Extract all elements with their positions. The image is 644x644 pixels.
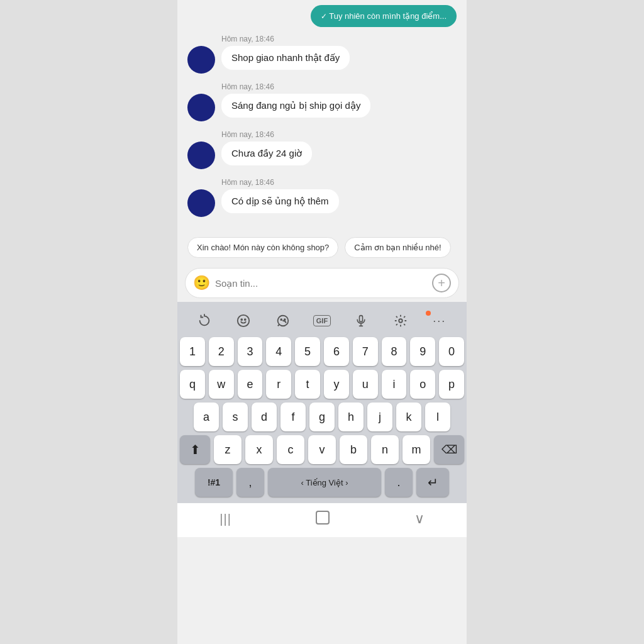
message-input-bar: 🙂 +	[185, 268, 459, 298]
key-u[interactable]: u	[353, 370, 378, 399]
timestamp-4: Hôm nay, 18:46	[221, 178, 339, 187]
svg-point-1	[242, 319, 243, 320]
mic-icon[interactable]	[350, 309, 372, 332]
key-4[interactable]: 4	[266, 337, 291, 366]
key-g[interactable]: g	[309, 402, 335, 431]
home-icon[interactable]	[316, 511, 330, 525]
emoji-toolbar-icon[interactable]	[232, 309, 255, 332]
svg-point-6	[399, 319, 402, 323]
clipboard-icon[interactable]	[193, 309, 216, 332]
key-2[interactable]: 2	[209, 337, 234, 366]
sent-bubble: ✓ Tuy nhiên còn mình tặng điểm...	[311, 5, 457, 27]
timestamp-1: Hôm nay, 18:46	[221, 35, 350, 43]
sent-message-top: ✓ Tuy nhiên còn mình tặng điểm...	[187, 0, 457, 27]
key-6[interactable]: 6	[324, 337, 349, 366]
notification-dot	[426, 311, 431, 316]
key-q[interactable]: q	[180, 370, 205, 399]
key-f[interactable]: f	[280, 402, 306, 431]
key-x[interactable]: x	[245, 435, 273, 464]
quick-reply-1[interactable]: Xin chào! Món này còn không shop?	[187, 237, 338, 258]
key-8[interactable]: 8	[382, 337, 407, 366]
key-enter[interactable]: ↵	[416, 468, 449, 497]
svg-point-4	[284, 319, 286, 320]
key-d[interactable]: d	[252, 402, 277, 431]
key-k[interactable]: k	[396, 402, 421, 431]
nav-home-button[interactable]	[316, 511, 330, 527]
quick-replies: Xin chào! Món này còn không shop? Cảm ơn…	[177, 232, 467, 264]
key-h[interactable]: h	[338, 402, 364, 431]
message-content-1: Hôm nay, 18:46 Shop giao nhanh thật đấy	[221, 35, 350, 70]
message-content-4: Hôm nay, 18:46 Có dịp sẽ ủng hộ thêm	[221, 178, 339, 213]
key-backspace[interactable]: ⌫	[434, 435, 464, 464]
key-3[interactable]: 3	[238, 337, 263, 366]
key-t[interactable]: t	[295, 370, 320, 399]
key-y[interactable]: y	[324, 370, 349, 399]
settings-icon[interactable]	[389, 309, 412, 332]
avatar-3	[187, 142, 215, 169]
key-n[interactable]: n	[371, 435, 399, 464]
emoji-icon[interactable]: 🙂	[193, 275, 210, 291]
key-l[interactable]: l	[425, 402, 450, 431]
nav-recent-button[interactable]: ∨	[414, 511, 425, 527]
timestamp-3: Hôm nay, 18:46	[221, 130, 312, 139]
key-a[interactable]: a	[194, 402, 219, 431]
timestamp-2: Hôm nay, 18:46	[221, 82, 370, 91]
key-7[interactable]: 7	[353, 337, 378, 366]
keyboard: GIF ··· 1	[177, 302, 467, 503]
qwerty-row: q w e r t y u i o p	[180, 370, 464, 399]
message-group-1: Hôm nay, 18:46 Shop giao nhanh thật đấy	[187, 35, 457, 74]
bottom-row: !#1 , ‹ Tiếng Việt › . ↵	[180, 468, 464, 497]
key-o[interactable]: o	[410, 370, 435, 399]
key-v[interactable]: v	[308, 435, 336, 464]
key-w[interactable]: w	[209, 370, 234, 399]
key-z[interactable]: z	[214, 435, 242, 464]
svg-point-3	[280, 319, 282, 320]
key-b[interactable]: b	[340, 435, 367, 464]
message-content-2: Hôm nay, 18:46 Sáng đang ngủ bị ship gọi…	[221, 82, 370, 118]
key-comma[interactable]: ,	[236, 468, 264, 497]
more-icon[interactable]: ···	[428, 309, 451, 332]
message-group-4: Hôm nay, 18:46 Có dịp sẽ ủng hộ thêm	[187, 178, 457, 217]
key-m[interactable]: m	[402, 435, 430, 464]
key-5[interactable]: 5	[295, 337, 320, 366]
message-input[interactable]	[215, 278, 427, 289]
key-0[interactable]: 0	[439, 337, 464, 366]
svg-rect-5	[360, 316, 363, 322]
gif-icon[interactable]: GIF	[311, 309, 333, 332]
chat-area: ✓ Tuy nhiên còn mình tặng điểm... Hôm na…	[177, 0, 467, 232]
key-shift[interactable]: ⬆	[180, 435, 210, 464]
key-s[interactable]: s	[223, 402, 248, 431]
zxcv-row: ⬆ z x c v b n m ⌫	[180, 435, 464, 464]
key-9[interactable]: 9	[410, 337, 435, 366]
key-i[interactable]: i	[382, 370, 407, 399]
bubble-3: Chưa đầy 24 giờ	[221, 142, 312, 165]
phone-container: ✓ Tuy nhiên còn mình tặng điểm... Hôm na…	[177, 0, 467, 644]
bubble-2: Sáng đang ngủ bị ship gọi dậy	[221, 94, 370, 118]
quick-reply-2[interactable]: Cảm ơn bạn nhiều nhé!	[345, 237, 450, 258]
key-space[interactable]: ‹ Tiếng Việt ›	[268, 468, 381, 497]
key-1[interactable]: 1	[180, 337, 205, 366]
avatar-4	[187, 189, 215, 217]
bubble-1: Shop giao nhanh thật đấy	[221, 46, 350, 70]
number-row: 1 2 3 4 5 6 7 8 9 0	[180, 337, 464, 366]
add-button[interactable]: +	[432, 274, 451, 292]
nav-back-button[interactable]: |||	[219, 512, 231, 526]
key-j[interactable]: j	[367, 402, 392, 431]
sticker-icon[interactable]	[272, 309, 294, 332]
key-period[interactable]: .	[385, 468, 413, 497]
avatar-2	[187, 94, 215, 121]
bubble-4: Có dịp sẽ ủng hộ thêm	[221, 189, 339, 213]
message-content-3: Hôm nay, 18:46 Chưa đầy 24 giờ	[221, 130, 312, 165]
message-group-2: Hôm nay, 18:46 Sáng đang ngủ bị ship gọi…	[187, 82, 457, 121]
key-symbols[interactable]: !#1	[195, 468, 233, 497]
gif-label[interactable]: GIF	[313, 315, 331, 326]
keyboard-toolbar: GIF ···	[180, 306, 464, 337]
svg-point-0	[238, 315, 249, 326]
svg-point-2	[245, 319, 246, 320]
key-r[interactable]: r	[266, 370, 291, 399]
key-c[interactable]: c	[277, 435, 304, 464]
key-e[interactable]: e	[238, 370, 263, 399]
asdf-row: a s d f g h j k l	[180, 402, 464, 431]
bottom-nav: ||| ∨	[177, 503, 467, 537]
key-p[interactable]: p	[439, 370, 464, 399]
